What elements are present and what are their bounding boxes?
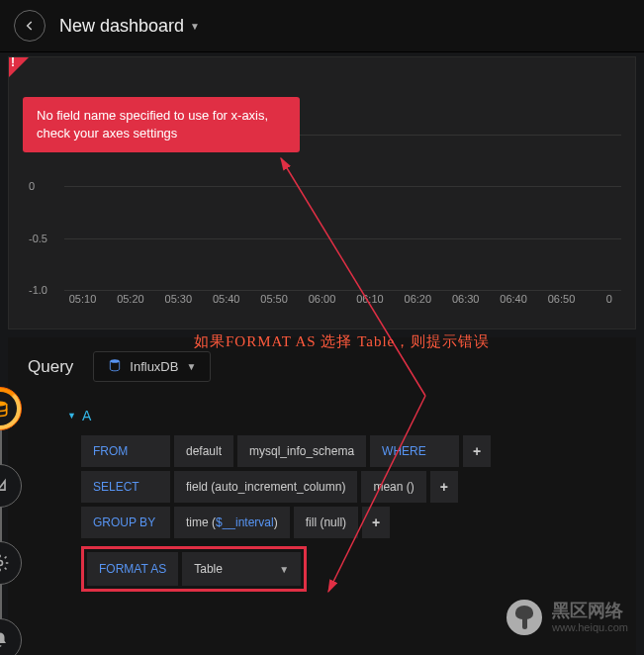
caret-down-icon: ▼ (279, 564, 289, 575)
x-tick: 06:40 (500, 293, 527, 305)
query-row-toggle[interactable]: ▼ A (67, 396, 620, 435)
datasource-picker[interactable]: InfluxDB ▼ (93, 351, 211, 382)
datasource-name: InfluxDB (130, 359, 178, 374)
plus-icon: + (372, 515, 380, 530)
x-tick: 06:10 (356, 293, 384, 305)
query-tab-label: Query (28, 357, 73, 377)
groupby-keyword: GROUP BY (81, 507, 170, 538)
from-keyword: FROM (81, 435, 170, 467)
dashboard-title: New dashboard (59, 16, 184, 37)
caret-down-icon: ▼ (186, 361, 196, 372)
database-icon (108, 358, 122, 375)
from-retention-policy[interactable]: default (174, 435, 233, 467)
groupby-add-button[interactable]: + (362, 507, 390, 538)
where-add-button[interactable]: + (463, 435, 491, 467)
format-as-dropdown[interactable]: Table ▼ (182, 552, 301, 586)
watermark-logo-icon (506, 600, 542, 635)
x-tick: 06:50 (548, 293, 576, 305)
dashboard-title-dropdown[interactable]: New dashboard ▼ (59, 16, 200, 37)
x-tick: 06:20 (405, 293, 432, 305)
query-row-label: A (82, 408, 91, 423)
watermark-url: www.heiqu.com (552, 621, 628, 633)
y-tick: 0 (29, 180, 35, 192)
groupby-row: GROUP BY time ($__interval) fill (null) … (81, 507, 620, 538)
select-add-button[interactable]: + (430, 471, 458, 503)
plus-icon: + (440, 479, 448, 495)
caret-down-icon: ▼ (67, 411, 76, 421)
x-tick: 05:40 (213, 293, 240, 305)
y-tick: -1.0 (29, 284, 47, 296)
x-tick: 05:30 (165, 293, 193, 305)
select-keyword: SELECT (81, 471, 170, 503)
select-row: SELECT field (auto_increment_column) mea… (81, 471, 620, 503)
error-tooltip: No field name specified to use for x-axi… (23, 97, 300, 152)
chart-panel: ! No field name specified to use for x-a… (8, 56, 636, 329)
select-aggregation[interactable]: mean () (361, 471, 425, 503)
plus-icon: + (473, 443, 481, 459)
tab-queries-icon[interactable] (0, 387, 22, 430)
back-button[interactable] (14, 10, 46, 42)
groupby-fill[interactable]: fill (null) (294, 507, 358, 538)
from-measurement[interactable]: mysql_info_schema (237, 435, 366, 467)
svg-point-2 (111, 359, 120, 363)
caret-down-icon: ▼ (190, 21, 200, 32)
svg-point-0 (0, 402, 7, 407)
watermark: 黑区网络 www.heiqu.com (506, 600, 628, 635)
format-as-row: FORMAT AS Table ▼ (81, 546, 307, 592)
groupby-time[interactable]: time ($__interval) (174, 507, 290, 538)
x-tick: 06:00 (309, 293, 336, 305)
x-tick: 06:30 (452, 293, 480, 305)
error-mark: ! (11, 55, 15, 69)
format-as-keyword: FORMAT AS (87, 552, 178, 586)
watermark-title: 黑区网络 (552, 602, 628, 621)
tab-visualization-icon[interactable] (0, 464, 22, 508)
y-tick: -0.5 (29, 233, 47, 244)
tab-general-icon[interactable] (0, 541, 22, 585)
where-keyword: WHERE (370, 435, 459, 467)
svg-point-1 (0, 561, 3, 566)
x-tick: 05:20 (117, 293, 144, 305)
x-tick: 0 (606, 293, 612, 305)
tab-alert-icon[interactable] (0, 618, 22, 655)
from-row: FROM default mysql_info_schema WHERE + (81, 435, 620, 467)
format-as-value: Table (194, 562, 223, 576)
x-tick: 05:50 (260, 293, 288, 305)
select-field[interactable]: field (auto_increment_column) (174, 471, 357, 503)
x-tick: 05:10 (69, 293, 97, 305)
annotation-text: 如果FORMAT AS 选择 Table，则提示错误 (194, 332, 490, 351)
